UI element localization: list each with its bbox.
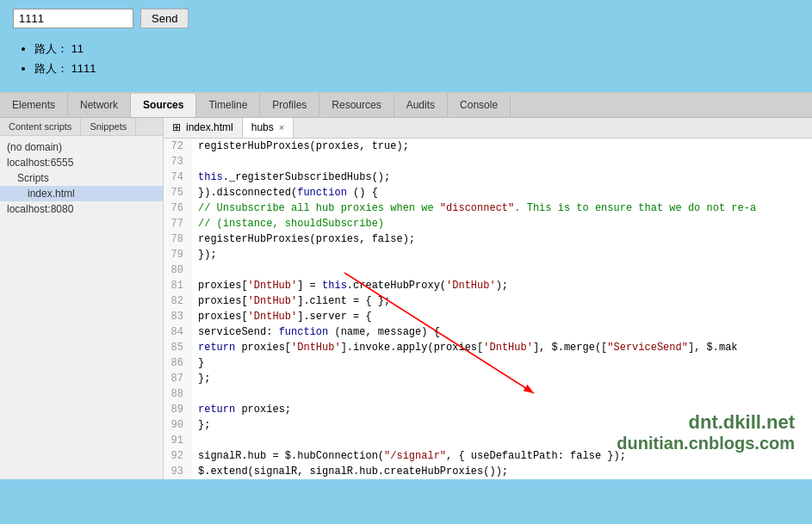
code-line: 84 serviceSend: function (name, message)… [164,324,812,340]
code-line: 82 proxies['DntHub'].client = { }; [164,293,812,309]
code-line: 83 proxies['DntHub'].server = { [164,309,812,324]
code-line: 79 }); [164,247,812,262]
code-line: 85 return proxies['DntHub'].invoke.apply… [164,340,812,355]
messages-list: 路人： 11 路人： 1111 [13,39,799,79]
line-number: 76 [164,200,191,216]
line-code: proxies['DntHub'].server = { [191,309,372,324]
line-code: return proxies['DntHub'].invoke.apply(pr… [191,340,738,355]
tree-index-html[interactable]: index.html [0,186,163,201]
top-section: Send 路人： 11 路人： 1111 [0,0,812,92]
line-code: registerHubProxies(proxies, false); [191,231,415,247]
code-area: ⊞ index.html hubs × 72 registerHubProxie… [164,118,812,479]
tab-resources[interactable]: Resources [319,94,394,117]
sidebar-tab-content-scripts[interactable]: Content scripts [0,118,81,135]
line-code: }); [191,247,217,262]
code-line: 92 signalR.hub = $.hubConnection("/signa… [164,448,812,464]
message-label-1: 路人： [34,42,68,55]
line-number: 78 [164,231,191,247]
tree-no-domain[interactable]: (no domain) [0,139,163,155]
line-code: return proxies; [191,402,291,417]
code-line: 72 registerHubProxies(proxies, true); [164,139,812,154]
file-tab-hubs[interactable]: hubs × [243,118,294,138]
tab-audits[interactable]: Audits [394,94,448,117]
sidebar-tree: (no domain) localhost:6555 Scripts index… [0,136,163,479]
line-number: 73 [164,154,191,170]
code-line: 81 proxies['DntHub'] = this.createHubPro… [164,278,812,293]
code-line: 77 // (instance, shouldSubscribe) [164,216,812,231]
file-tab-index-html[interactable]: ⊞ index.html [164,118,243,138]
code-line: 74 this._registerSubscribedHubs(); [164,170,812,185]
line-number: 80 [164,262,191,278]
line-number: 92 [164,448,191,464]
sources-sidebar: Content scripts Snippets (no domain) loc… [0,118,164,479]
code-line: 73 [164,154,812,170]
line-code: } [191,355,204,371]
devtools-tab-bar: Elements Network Sources Timeline Profil… [0,94,812,118]
line-number: 83 [164,309,191,324]
line-code: // Unsubscribe all hub proxies when we "… [191,200,756,216]
code-line: 75 }).disconnected(function () { [164,185,812,200]
code-line: 89 return proxies; [164,402,812,417]
tab-network[interactable]: Network [68,94,131,117]
code-line: 78 registerHubProxies(proxies, false); [164,231,812,247]
line-number: 81 [164,278,191,293]
message-item-1: 路人： 11 [34,39,799,59]
message-input[interactable] [13,9,133,28]
file-tab-icon-index: ⊞ [172,121,181,133]
code-line: 90 }; [164,417,812,433]
line-number: 88 [164,386,191,402]
devtools-panel: Elements Network Sources Timeline Profil… [0,92,812,479]
line-code: signalR.hub = $.hubConnection("/signalr"… [191,448,626,464]
file-tab-label-hubs: hubs [251,121,274,133]
tree-localhost-6555[interactable]: localhost:6555 [0,155,163,170]
line-number: 87 [164,371,191,386]
line-code: registerHubProxies(proxies, true); [191,139,409,154]
line-number: 86 [164,355,191,371]
send-button[interactable]: Send [140,9,189,28]
line-number: 75 [164,185,191,200]
tab-sources[interactable]: Sources [131,94,196,117]
line-code: proxies['DntHub'].client = { }; [191,293,390,309]
line-number: 74 [164,170,191,185]
content-area: Content scripts Snippets (no domain) loc… [0,118,812,479]
code-line: 88 [164,386,812,402]
line-code: this._registerSubscribedHubs(); [191,170,390,185]
message-value-2: 1111 [71,62,96,75]
line-number: 84 [164,324,191,340]
line-code: }; [191,371,210,386]
file-tab-bar: ⊞ index.html hubs × [164,118,812,139]
message-label-2: 路人： [34,62,68,75]
line-number: 91 [164,433,191,448]
tab-profiles[interactable]: Profiles [260,94,319,117]
sidebar-tab-snippets[interactable]: Snippets [81,118,136,135]
tab-elements[interactable]: Elements [0,94,68,117]
sidebar-tab-bar: Content scripts Snippets [0,118,163,136]
line-code: }; [191,417,210,433]
line-number: 79 [164,247,191,262]
code-line: 91 [164,433,812,448]
input-row: Send [13,9,799,28]
message-value-1: 11 [71,42,84,55]
line-number: 93 [164,464,191,479]
line-number: 89 [164,402,191,417]
tab-timeline[interactable]: Timeline [196,94,260,117]
message-item-2: 路人： 1111 [34,59,799,78]
line-number: 82 [164,293,191,309]
line-number: 77 [164,216,191,231]
code-line: 80 [164,262,812,278]
line-code: proxies['DntHub'] = this.createHubProxy(… [191,278,508,293]
file-tab-close-hubs[interactable]: × [279,122,284,133]
file-tab-label-index: index.html [186,121,233,133]
tree-localhost-8080[interactable]: localhost:8080 [0,201,163,217]
line-code: $.extend(signalR, signalR.hub.createHubP… [191,464,508,479]
line-code: }).disconnected(function () { [191,185,378,200]
line-number: 90 [164,417,191,433]
line-number: 72 [164,139,191,154]
line-code: // (instance, shouldSubscribe) [191,216,384,231]
line-number: 85 [164,340,191,355]
code-content: 72 registerHubProxies(proxies, true);737… [164,139,812,479]
tab-console[interactable]: Console [448,94,511,117]
code-line: 86 } [164,355,812,371]
line-code: serviceSend: function (name, message) { [191,324,440,340]
tree-scripts[interactable]: Scripts [0,170,163,186]
